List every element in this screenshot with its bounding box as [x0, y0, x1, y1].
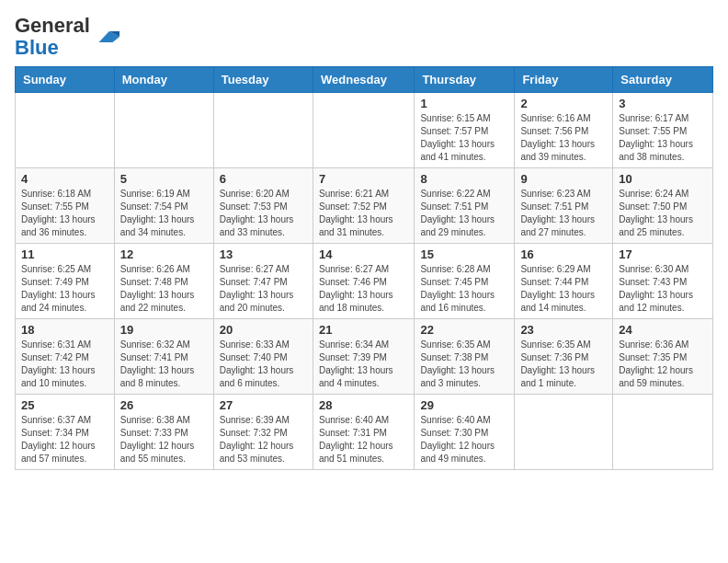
calendar-cell: 13Sunrise: 6:27 AMSunset: 7:47 PMDayligh… [213, 244, 313, 319]
weekday-header-wednesday: Wednesday [313, 67, 414, 93]
day-number: 29 [420, 398, 508, 412]
calendar-cell: 5Sunrise: 6:19 AMSunset: 7:54 PMDaylight… [114, 168, 213, 244]
calendar-cell: 16Sunrise: 6:29 AMSunset: 7:44 PMDayligh… [515, 244, 613, 319]
day-info: Sunrise: 6:19 AMSunset: 7:54 PMDaylight:… [120, 188, 208, 239]
page-header: General Blue [15, 15, 713, 59]
calendar-cell: 29Sunrise: 6:40 AMSunset: 7:30 PMDayligh… [415, 395, 515, 470]
day-number: 14 [319, 247, 408, 261]
weekday-header-row: SundayMondayTuesdayWednesdayThursdayFrid… [16, 67, 713, 93]
day-info: Sunrise: 6:31 AMSunset: 7:42 PMDaylight:… [21, 339, 108, 390]
day-info: Sunrise: 6:16 AMSunset: 7:56 PMDaylight:… [520, 112, 607, 164]
day-info: Sunrise: 6:21 AMSunset: 7:52 PMDaylight:… [319, 188, 408, 239]
day-info: Sunrise: 6:36 AMSunset: 7:35 PMDaylight:… [619, 339, 707, 390]
calendar-cell: 11Sunrise: 6:25 AMSunset: 7:49 PMDayligh… [16, 244, 115, 319]
logo: General Blue [15, 15, 119, 59]
logo-blue: Blue [15, 36, 59, 59]
weekday-header-tuesday: Tuesday [213, 67, 313, 93]
day-info: Sunrise: 6:40 AMSunset: 7:31 PMDaylight:… [319, 414, 408, 465]
calendar-cell: 28Sunrise: 6:40 AMSunset: 7:31 PMDayligh… [313, 395, 414, 470]
day-info: Sunrise: 6:40 AMSunset: 7:30 PMDaylight:… [420, 414, 508, 465]
day-number: 8 [420, 172, 508, 186]
logo-general: General [15, 14, 90, 37]
day-info: Sunrise: 6:27 AMSunset: 7:46 PMDaylight:… [319, 263, 408, 315]
calendar-cell: 17Sunrise: 6:30 AMSunset: 7:43 PMDayligh… [613, 244, 713, 319]
day-number: 21 [319, 323, 408, 337]
day-info: Sunrise: 6:17 AMSunset: 7:55 PMDaylight:… [619, 112, 707, 164]
day-number: 25 [21, 398, 108, 412]
calendar-cell: 26Sunrise: 6:38 AMSunset: 7:33 PMDayligh… [114, 395, 213, 470]
calendar-cell [114, 93, 213, 168]
calendar-cell [515, 395, 613, 470]
day-info: Sunrise: 6:38 AMSunset: 7:33 PMDaylight:… [120, 414, 208, 465]
day-info: Sunrise: 6:24 AMSunset: 7:50 PMDaylight:… [619, 188, 707, 239]
weekday-header-friday: Friday [515, 67, 613, 93]
day-number: 12 [120, 247, 208, 261]
calendar-cell: 4Sunrise: 6:18 AMSunset: 7:55 PMDaylight… [16, 168, 115, 244]
logo-text: General Blue [15, 15, 90, 59]
calendar-cell: 20Sunrise: 6:33 AMSunset: 7:40 PMDayligh… [213, 319, 313, 395]
day-number: 19 [120, 323, 208, 337]
calendar-cell: 25Sunrise: 6:37 AMSunset: 7:34 PMDayligh… [16, 395, 115, 470]
day-number: 23 [520, 323, 607, 337]
calendar-cell [213, 93, 313, 168]
day-number: 28 [319, 398, 408, 412]
calendar-table: SundayMondayTuesdayWednesdayThursdayFrid… [15, 66, 713, 470]
weekday-header-thursday: Thursday [415, 67, 515, 93]
day-info: Sunrise: 6:35 AMSunset: 7:36 PMDaylight:… [520, 339, 607, 390]
day-info: Sunrise: 6:18 AMSunset: 7:55 PMDaylight:… [21, 188, 108, 239]
day-number: 13 [220, 247, 307, 261]
calendar-cell: 15Sunrise: 6:28 AMSunset: 7:45 PMDayligh… [415, 244, 515, 319]
calendar-cell: 7Sunrise: 6:21 AMSunset: 7:52 PMDaylight… [313, 168, 414, 244]
weekday-header-saturday: Saturday [613, 67, 713, 93]
day-info: Sunrise: 6:28 AMSunset: 7:45 PMDaylight:… [420, 263, 508, 315]
day-info: Sunrise: 6:29 AMSunset: 7:44 PMDaylight:… [520, 263, 607, 315]
day-info: Sunrise: 6:35 AMSunset: 7:38 PMDaylight:… [420, 339, 508, 390]
calendar-cell: 8Sunrise: 6:22 AMSunset: 7:51 PMDaylight… [415, 168, 515, 244]
day-number: 9 [520, 172, 607, 186]
day-number: 27 [220, 398, 307, 412]
day-number: 15 [420, 247, 508, 261]
calendar-cell: 18Sunrise: 6:31 AMSunset: 7:42 PMDayligh… [16, 319, 115, 395]
calendar-week-0: 1Sunrise: 6:15 AMSunset: 7:57 PMDaylight… [16, 93, 713, 168]
day-info: Sunrise: 6:27 AMSunset: 7:47 PMDaylight:… [220, 263, 307, 315]
calendar-cell: 2Sunrise: 6:16 AMSunset: 7:56 PMDaylight… [515, 93, 613, 168]
day-number: 2 [520, 97, 607, 110]
calendar-cell: 23Sunrise: 6:35 AMSunset: 7:36 PMDayligh… [515, 319, 613, 395]
day-info: Sunrise: 6:15 AMSunset: 7:57 PMDaylight:… [420, 112, 508, 164]
day-number: 22 [420, 323, 508, 337]
calendar-week-3: 18Sunrise: 6:31 AMSunset: 7:42 PMDayligh… [16, 319, 713, 395]
day-info: Sunrise: 6:39 AMSunset: 7:32 PMDaylight:… [220, 414, 307, 465]
day-number: 17 [619, 247, 707, 261]
day-number: 3 [619, 97, 707, 110]
day-info: Sunrise: 6:33 AMSunset: 7:40 PMDaylight:… [220, 339, 307, 390]
calendar-cell [313, 93, 414, 168]
calendar-cell: 14Sunrise: 6:27 AMSunset: 7:46 PMDayligh… [313, 244, 414, 319]
calendar-cell: 6Sunrise: 6:20 AMSunset: 7:53 PMDaylight… [213, 168, 313, 244]
day-number: 16 [520, 247, 607, 261]
logo-icon [92, 29, 119, 45]
calendar-cell: 1Sunrise: 6:15 AMSunset: 7:57 PMDaylight… [415, 93, 515, 168]
day-info: Sunrise: 6:26 AMSunset: 7:48 PMDaylight:… [120, 263, 208, 315]
weekday-header-monday: Monday [114, 67, 213, 93]
day-info: Sunrise: 6:32 AMSunset: 7:41 PMDaylight:… [120, 339, 208, 390]
calendar-week-4: 25Sunrise: 6:37 AMSunset: 7:34 PMDayligh… [16, 395, 713, 470]
calendar-cell [613, 395, 713, 470]
day-info: Sunrise: 6:37 AMSunset: 7:34 PMDaylight:… [21, 414, 108, 465]
day-number: 26 [120, 398, 208, 412]
day-info: Sunrise: 6:22 AMSunset: 7:51 PMDaylight:… [420, 188, 508, 239]
calendar-cell: 27Sunrise: 6:39 AMSunset: 7:32 PMDayligh… [213, 395, 313, 470]
day-number: 11 [21, 247, 108, 261]
calendar-cell: 10Sunrise: 6:24 AMSunset: 7:50 PMDayligh… [613, 168, 713, 244]
day-number: 6 [220, 172, 307, 186]
weekday-header-sunday: Sunday [16, 67, 115, 93]
day-number: 4 [21, 172, 108, 186]
calendar-cell: 22Sunrise: 6:35 AMSunset: 7:38 PMDayligh… [415, 319, 515, 395]
day-info: Sunrise: 6:34 AMSunset: 7:39 PMDaylight:… [319, 339, 408, 390]
day-number: 7 [319, 172, 408, 186]
calendar-cell: 12Sunrise: 6:26 AMSunset: 7:48 PMDayligh… [114, 244, 213, 319]
day-info: Sunrise: 6:25 AMSunset: 7:49 PMDaylight:… [21, 263, 108, 315]
calendar-cell: 24Sunrise: 6:36 AMSunset: 7:35 PMDayligh… [613, 319, 713, 395]
day-info: Sunrise: 6:30 AMSunset: 7:43 PMDaylight:… [619, 263, 707, 315]
calendar-week-2: 11Sunrise: 6:25 AMSunset: 7:49 PMDayligh… [16, 244, 713, 319]
day-number: 18 [21, 323, 108, 337]
